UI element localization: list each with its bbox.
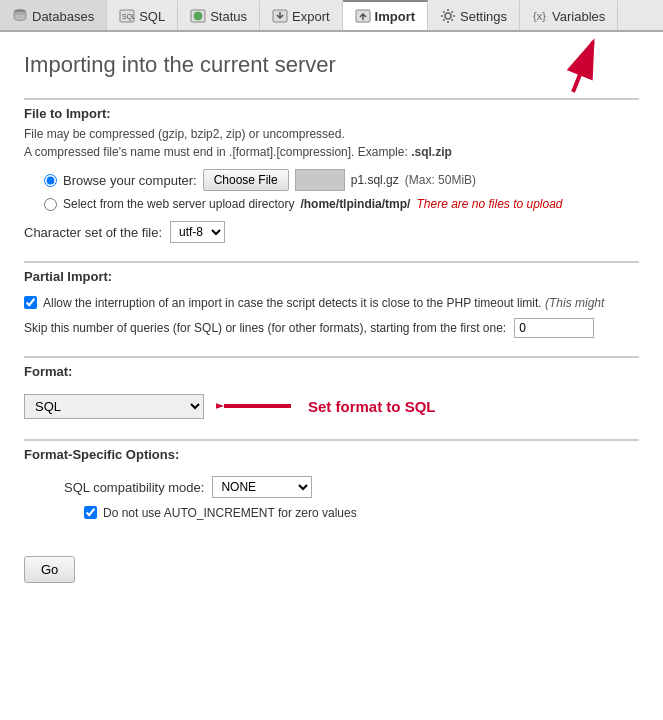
file-import-section: File to Import: File may be compressed (… (24, 98, 639, 243)
format-arrow-container: Set format to SQL (216, 391, 436, 421)
compat-mode-select[interactable]: NONE ANSI DB2 MAXDB MYSQL323 MYSQL40 MSS… (212, 476, 312, 498)
partial-import-section: Partial Import: Allow the interruption o… (24, 261, 639, 338)
compat-mode-row: SQL compatibility mode: NONE ANSI DB2 MA… (64, 476, 599, 498)
nav-label-settings: Settings (460, 9, 507, 24)
svg-text:{x}: {x} (533, 10, 546, 22)
auto-increment-label: Do not use AUTO_INCREMENT for zero value… (103, 504, 357, 522)
timeout-checkbox-row: Allow the interruption of an import in c… (24, 294, 639, 312)
nav-item-status[interactable]: Status (178, 0, 260, 30)
export-icon (272, 8, 288, 24)
webserver-radio[interactable] (44, 198, 57, 211)
variables-icon: {x} (532, 8, 548, 24)
charset-label: Character set of the file: (24, 225, 162, 240)
import-icon (355, 8, 371, 24)
browse-computer-row: Browse your computer: Choose File p1.sql… (44, 169, 639, 191)
file-desc-example: .sql.zip (411, 145, 452, 159)
go-button[interactable]: Go (24, 556, 75, 583)
skip-input[interactable]: 0 (514, 318, 594, 338)
skip-label: Skip this number of queries (for SQL) or… (24, 321, 506, 335)
format-specific-title: Format-Specific Options: (24, 441, 639, 466)
charset-row: Character set of the file: utf-8 (24, 221, 639, 243)
nav-item-import[interactable]: Import (343, 0, 428, 30)
timeout-note: (This might (545, 296, 604, 310)
db-icon (12, 8, 28, 24)
settings-icon (440, 8, 456, 24)
timeout-checkbox[interactable] (24, 296, 37, 309)
browse-radio[interactable] (44, 174, 57, 187)
main-content: Importing into the current server File t… (0, 32, 663, 603)
format-section: Format: SQL CSV CSV using LOAD DATA JSON… (24, 356, 639, 421)
nav-label-variables: Variables (552, 9, 605, 24)
partial-section-title: Partial Import: (24, 263, 639, 288)
auto-increment-checkbox[interactable] (84, 506, 97, 519)
timeout-label-text: Allow the interruption of an import in c… (43, 296, 542, 310)
svg-point-7 (445, 13, 451, 19)
charset-select[interactable]: utf-8 (170, 221, 225, 243)
choose-file-button[interactable]: Choose File (203, 169, 289, 191)
webserver-path: /home/tlpindia/tmp/ (300, 197, 410, 211)
file-desc-line2: A compressed file's name must end in .[f… (24, 145, 408, 159)
nav-label-databases: Databases (32, 9, 94, 24)
file-section-desc: File may be compressed (gzip, bzip2, zip… (24, 125, 639, 161)
browse-label: Browse your computer: (63, 173, 197, 188)
svg-text:SQL: SQL (122, 13, 135, 21)
status-icon (190, 8, 206, 24)
nav-item-sql[interactable]: SQL SQL (107, 0, 178, 30)
compat-mode-label: SQL compatibility mode: (64, 480, 204, 495)
webserver-label: Select from the web server upload direct… (63, 197, 294, 211)
format-section-title: Format: (24, 358, 639, 383)
file-input-display (295, 169, 345, 191)
nav-item-settings[interactable]: Settings (428, 0, 520, 30)
svg-line-10 (573, 42, 593, 92)
format-select[interactable]: SQL CSV CSV using LOAD DATA JSON ODS XML (24, 394, 204, 419)
nav-label-status: Status (210, 9, 247, 24)
format-row: SQL CSV CSV using LOAD DATA JSON ODS XML (24, 391, 639, 421)
format-arrow-label: Set format to SQL (308, 398, 436, 415)
format-arrow-svg (216, 391, 296, 421)
nav-item-export[interactable]: Export (260, 0, 343, 30)
file-name-display: p1.sql.gz (351, 173, 399, 187)
file-max-size: (Max: 50MiB) (405, 173, 476, 187)
webserver-row: Select from the web server upload direct… (44, 197, 639, 211)
sql-icon: SQL (119, 8, 135, 24)
skip-row: Skip this number of queries (for SQL) or… (24, 318, 639, 338)
nav-item-databases[interactable]: Databases (0, 0, 107, 30)
svg-point-4 (194, 12, 202, 20)
nav-label-export: Export (292, 9, 330, 24)
file-desc-line1: File may be compressed (gzip, bzip2, zip… (24, 127, 345, 141)
format-specific-section: Format-Specific Options: SQL compatibili… (24, 439, 639, 522)
nav-label-sql: SQL (139, 9, 165, 24)
nav-label-import: Import (375, 9, 415, 24)
top-arrow-annotation (533, 32, 603, 102)
footer-row: Go (24, 540, 639, 583)
auto-increment-row: Do not use AUTO_INCREMENT for zero value… (84, 504, 639, 522)
webserver-note: There are no files to upload (416, 197, 562, 211)
nav-item-variables[interactable]: {x} Variables (520, 0, 618, 30)
timeout-label: Allow the interruption of an import in c… (43, 294, 604, 312)
nav-bar: Databases SQL SQL Status Export Import (0, 0, 663, 32)
file-section-title: File to Import: (24, 100, 639, 125)
